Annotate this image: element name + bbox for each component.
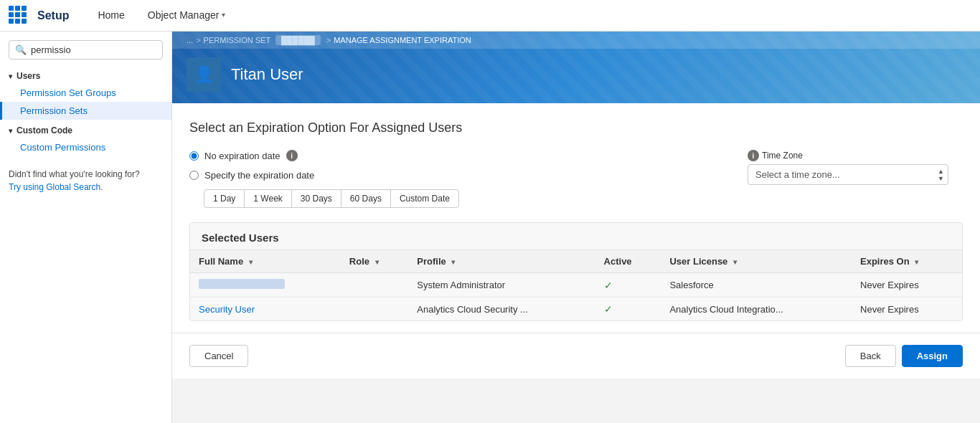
date-btn-1week[interactable]: 1 Week	[244, 189, 291, 208]
date-btn-custom-date[interactable]: Custom Date	[390, 189, 459, 208]
col-userlicense[interactable]: User License ▾	[661, 250, 852, 273]
sidebar-item-permission-set-groups[interactable]: Permission Set Groups	[0, 84, 171, 102]
cell-userlicense: Salesforce	[661, 273, 852, 298]
col-expireson[interactable]: Expires On ▾	[852, 250, 962, 273]
sort-icon: ▾	[915, 258, 918, 266]
date-btn-1day[interactable]: 1 Day	[204, 189, 245, 208]
cell-active: ✓	[595, 273, 661, 298]
section-title: Select an Expiration Option For Assigned…	[189, 120, 963, 136]
cell-fullname	[190, 273, 341, 298]
sidebar-search-container: 🔍	[9, 40, 163, 60]
breadcrumb-current: MANAGE ASSIGNMENT EXPIRATION	[334, 36, 471, 44]
no-expiration-radio[interactable]	[189, 151, 199, 161]
date-btn-60days[interactable]: 60 Days	[341, 189, 391, 208]
footer-right: Back Assign	[845, 345, 963, 367]
cell-active: ✓	[595, 298, 661, 321]
cell-userlicense: Analytics Cloud Integratio...	[661, 298, 852, 321]
cell-profile: Analytics Cloud Security ...	[408, 298, 595, 321]
sidebar-not-found: Didn't find what you're looking for? Try…	[0, 159, 171, 202]
col-fullname[interactable]: Full Name ▾	[190, 250, 341, 273]
breadcrumb-ellipsis: ...	[187, 36, 193, 44]
breadcrumb-sep2: >	[326, 36, 331, 44]
col-role[interactable]: Role ▾	[341, 250, 408, 273]
avatar: 👤	[187, 57, 221, 92]
no-expiration-label[interactable]: No expiration date	[204, 151, 281, 161]
search-input[interactable]	[31, 44, 156, 55]
timezone-label: i Time Zone	[748, 150, 948, 161]
col-active: Active	[595, 250, 661, 273]
table-row: System Administrator ✓ Salesforce Never …	[190, 273, 962, 298]
sidebar-section-header-custom-code[interactable]: ▾ Custom Code	[0, 123, 171, 138]
timezone-select-wrap: Select a time zone... ▲▼	[748, 164, 948, 185]
timezone-select[interactable]: Select a time zone...	[748, 164, 948, 185]
check-icon: ✓	[604, 280, 613, 291]
sidebar-item-custom-permissions[interactable]: Custom Permissions	[0, 138, 171, 156]
chevron-down-icon: ▾	[222, 11, 225, 19]
sidebar-section-users: ▾ Users Permission Set Groups Permission…	[0, 68, 171, 120]
sidebar: 🔍 ▾ Users Permission Set Groups Permissi…	[0, 32, 172, 423]
sort-icon: ▾	[249, 258, 253, 266]
name-placeholder	[199, 279, 285, 289]
tab-object-manager[interactable]: Object Manager ▾	[136, 0, 237, 31]
cell-profile: System Administrator	[408, 273, 595, 298]
content-area: Select an Expiration Option For Assigned…	[172, 103, 980, 333]
date-btn-30days[interactable]: 30 Days	[291, 189, 341, 208]
header-card: ... > PERMISSION SET ██████ > MANAGE ASS…	[172, 32, 980, 103]
check-icon: ✓	[604, 303, 613, 315]
breadcrumb-badge: ██████	[275, 35, 321, 45]
expiration-options: No expiration date i Specify the expirat…	[189, 150, 963, 208]
breadcrumb-permission-set: PERMISSION SET ██████	[204, 36, 324, 44]
collapse-icon: ▾	[9, 127, 12, 135]
cell-expireson: Never Expires	[852, 298, 962, 321]
info-icon: i	[286, 150, 298, 161]
nav-tabs: Home Object Manager ▾	[86, 0, 237, 31]
header-body: 👤 Titan User	[172, 49, 980, 103]
selected-users-header: Selected Users	[190, 223, 962, 249]
cell-role	[341, 273, 408, 298]
specify-expiration-label[interactable]: Specify the expiration date	[204, 170, 314, 181]
collapse-icon: ▾	[9, 72, 12, 80]
breadcrumb: ... > PERMISSION SET ██████ > MANAGE ASS…	[172, 32, 980, 49]
sidebar-section-header-users[interactable]: ▾ Users	[0, 68, 171, 84]
timezone-info-icon: i	[748, 150, 759, 161]
main-content: ... > PERMISSION SET ██████ > MANAGE ASS…	[172, 32, 980, 423]
sort-icon: ▾	[451, 258, 455, 266]
breadcrumb-sep1: >	[196, 36, 200, 44]
timezone-block: i Time Zone Select a time zone... ▲▼	[748, 150, 948, 185]
page-title: Titan User	[231, 65, 303, 84]
assign-button[interactable]: Assign	[902, 345, 963, 367]
user-link[interactable]: Security User	[199, 304, 255, 315]
selected-users-section: Selected Users Full Name ▾ Role ▾	[189, 222, 963, 321]
app-grid-icon[interactable]	[9, 6, 29, 26]
col-profile[interactable]: Profile ▾	[408, 250, 595, 273]
tab-home[interactable]: Home	[86, 0, 136, 31]
back-button[interactable]: Back	[845, 345, 896, 367]
footer: Cancel Back Assign	[172, 333, 980, 379]
search-icon: 🔍	[15, 44, 27, 55]
cancel-button[interactable]: Cancel	[189, 345, 248, 367]
date-buttons-row: 1 Day 1 Week 30 Days 60 Days Custom Date	[204, 189, 963, 208]
top-navigation: Setup Home Object Manager ▾	[0, 0, 980, 32]
sort-icon: ▾	[375, 258, 379, 266]
sidebar-item-permission-sets[interactable]: Permission Sets	[0, 102, 171, 120]
sidebar-section-custom-code: ▾ Custom Code Custom Permissions	[0, 123, 171, 156]
cell-fullname: Security User	[190, 298, 341, 321]
avatar-icon: 👤	[194, 65, 214, 84]
specify-expiration-radio[interactable]	[189, 171, 199, 180]
cell-expireson: Never Expires	[852, 273, 962, 298]
users-table: Full Name ▾ Role ▾ Profile ▾	[190, 249, 962, 320]
table-row: Security User Analytics Cloud Security .…	[190, 298, 962, 321]
sort-icon: ▾	[733, 258, 737, 266]
setup-label: Setup	[37, 9, 69, 22]
main-layout: 🔍 ▾ Users Permission Set Groups Permissi…	[0, 32, 980, 423]
global-search-link[interactable]: Try using Global Search.	[9, 182, 103, 192]
cell-role	[341, 298, 408, 321]
